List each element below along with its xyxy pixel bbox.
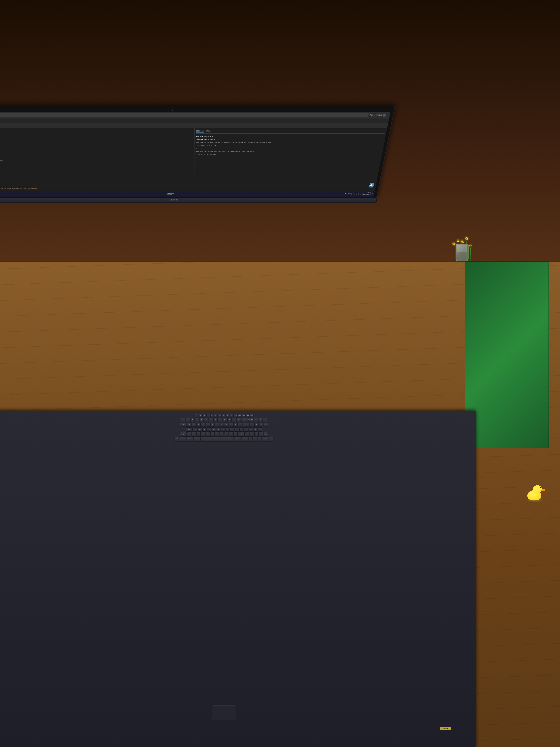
key-8[interactable]: 8 bbox=[218, 418, 222, 422]
key-semicolon[interactable]: ; bbox=[235, 428, 239, 432]
key-capslock[interactable]: Caps bbox=[186, 428, 193, 432]
key-lshift[interactable]: ⇧ bbox=[180, 432, 187, 436]
key-i[interactable]: I bbox=[220, 422, 224, 427]
key-7[interactable]: & bbox=[214, 418, 218, 422]
key-y[interactable]: Y bbox=[210, 422, 214, 427]
numpad-5[interactable]: 5 bbox=[254, 428, 258, 432]
key-backslash[interactable]: \ bbox=[187, 432, 191, 436]
key-fn[interactable]: Fn bbox=[179, 437, 186, 441]
key-q[interactable]: Q bbox=[187, 422, 191, 427]
key-pgup[interactable]: PgUp bbox=[246, 414, 249, 417]
key-j[interactable]: J bbox=[221, 428, 225, 432]
numpad-1[interactable]: 1 bbox=[250, 432, 254, 436]
key-9[interactable]: 9 bbox=[223, 418, 227, 422]
key-tab[interactable]: Tab bbox=[180, 422, 187, 427]
numpad-6[interactable]: 6 bbox=[258, 428, 262, 432]
key-alt[interactable]: Alt bbox=[193, 437, 200, 441]
arrow-up[interactable]: ↑ bbox=[245, 432, 249, 436]
key-l[interactable]: L bbox=[230, 428, 234, 432]
numpad-dot[interactable]: . bbox=[269, 437, 273, 441]
tab-shell[interactable]: Shell bbox=[206, 130, 211, 132]
numpad-div[interactable]: / bbox=[254, 418, 258, 422]
numpad-mul[interactable]: × bbox=[258, 418, 262, 422]
numpad-lock[interactable]: Num Lock bbox=[248, 418, 253, 422]
key-p[interactable]: P bbox=[229, 422, 233, 427]
key-comma[interactable]: , bbox=[224, 432, 228, 436]
key-home[interactable]: Home bbox=[242, 414, 245, 417]
key-rbracket[interactable]: ] bbox=[238, 422, 242, 427]
key-delete[interactable]: Delete bbox=[238, 414, 242, 417]
key-0[interactable]: 0 bbox=[228, 418, 232, 422]
key-f[interactable]: F bbox=[207, 428, 211, 432]
address-bar[interactable]: fim/dice-game/main.py bbox=[0, 113, 369, 117]
key-t[interactable]: T bbox=[206, 422, 210, 427]
numpad-4[interactable]: 4 bbox=[249, 428, 253, 432]
key-2[interactable]: @ bbox=[190, 418, 194, 422]
arrow-down[interactable]: ↓ bbox=[253, 437, 257, 441]
key-equals[interactable]: = bbox=[237, 418, 241, 422]
key-f11[interactable]: F11 bbox=[222, 414, 225, 417]
key-5[interactable]: % bbox=[204, 418, 208, 422]
key-f8[interactable]: F8 bbox=[210, 414, 214, 417]
code-editor-panel[interactable]: from lucky_coin import coin import lucky… bbox=[0, 128, 194, 191]
key-ctrl-left[interactable]: Ctrl bbox=[175, 437, 179, 441]
key-1[interactable]: ! bbox=[186, 418, 190, 422]
key-f12[interactable]: F12 bbox=[226, 414, 229, 417]
numpad-3[interactable]: 3 bbox=[259, 432, 263, 436]
key-pgdn[interactable]: PgDn bbox=[250, 414, 254, 417]
key-m[interactable]: M bbox=[220, 432, 224, 436]
key-f6[interactable]: F6 bbox=[203, 414, 206, 417]
key-a[interactable]: A bbox=[193, 428, 197, 432]
key-d[interactable]: D bbox=[203, 428, 207, 432]
key-u[interactable]: U bbox=[215, 422, 219, 427]
numpad-8[interactable]: 8 bbox=[255, 422, 259, 427]
key-ctrl-right[interactable]: Ctrl bbox=[241, 437, 248, 441]
user-avatar[interactable] bbox=[382, 113, 386, 117]
key-k[interactable]: K bbox=[225, 428, 230, 432]
arrow-right[interactable]: → bbox=[258, 437, 262, 441]
key-n[interactable]: N bbox=[215, 432, 219, 436]
key-enter[interactable]: ↵ bbox=[243, 422, 249, 427]
key-space[interactable] bbox=[201, 437, 234, 441]
numpad-enter[interactable]: ↵ bbox=[264, 432, 268, 436]
key-lbracket[interactable]: [ bbox=[234, 422, 238, 427]
key-period[interactable]: . bbox=[229, 432, 233, 436]
numpad-0[interactable]: 0 bbox=[262, 437, 269, 441]
key-backtick[interactable]: ~ bbox=[181, 418, 185, 422]
key-f10[interactable]: F10 bbox=[218, 414, 221, 417]
key-4[interactable]: $ bbox=[199, 418, 204, 422]
numpad-9[interactable]: 9 bbox=[259, 422, 263, 427]
numpad-7[interactable]: 7 bbox=[250, 422, 254, 427]
key-prtscr[interactable]: PrtSc bbox=[234, 414, 237, 417]
key-s[interactable]: S bbox=[198, 428, 202, 432]
more-options-icon[interactable]: ⋯ bbox=[386, 113, 388, 117]
key-g[interactable]: G bbox=[212, 428, 216, 432]
key-b[interactable]: B bbox=[210, 432, 214, 436]
key-z[interactable]: Z bbox=[192, 432, 196, 436]
arrow-left[interactable]: ← bbox=[248, 437, 252, 441]
key-x[interactable]: X bbox=[196, 432, 201, 436]
numpad-add[interactable]: + bbox=[264, 422, 268, 427]
key-rshift[interactable]: ⇧ bbox=[238, 432, 245, 436]
key-altgr[interactable]: AltGr bbox=[186, 437, 193, 441]
key-hash[interactable]: # bbox=[244, 428, 248, 432]
key-v[interactable]: V bbox=[206, 432, 210, 436]
key-r[interactable]: R bbox=[201, 422, 205, 427]
tab-console[interactable]: Console bbox=[196, 130, 204, 132]
key-f7[interactable]: F7 bbox=[207, 414, 210, 417]
key-slash[interactable]: / bbox=[234, 432, 238, 436]
key-f9[interactable]: F9 bbox=[214, 414, 218, 417]
key-quote[interactable]: ' bbox=[239, 428, 243, 432]
numpad-sub[interactable]: - bbox=[263, 418, 267, 422]
key-backspace[interactable]: ⌫ bbox=[241, 418, 248, 422]
key-w[interactable]: W bbox=[192, 422, 196, 427]
key-o[interactable]: O bbox=[224, 422, 228, 427]
key-f5[interactable]: F5 bbox=[199, 414, 202, 417]
key-3[interactable]: # bbox=[195, 418, 199, 422]
key-insert[interactable]: Insert bbox=[230, 414, 234, 417]
key-f4[interactable]: F4 bbox=[195, 414, 198, 417]
key-c[interactable]: C bbox=[201, 432, 205, 436]
key-minus[interactable]: - bbox=[232, 418, 236, 422]
key-6[interactable]: 6 bbox=[209, 418, 213, 422]
numpad-2[interactable]: 2 bbox=[255, 432, 259, 436]
